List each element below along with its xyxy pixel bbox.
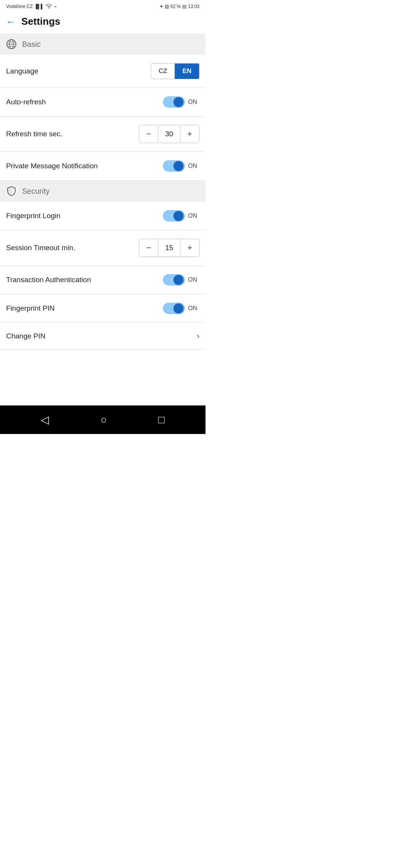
- change-pin-label: Change PIN: [6, 332, 46, 340]
- shield-icon: [6, 186, 17, 196]
- content-spacer: [0, 350, 206, 405]
- security-section-label: Security: [22, 187, 49, 196]
- private-message-state: ON: [188, 163, 199, 169]
- transaction-auth-state: ON: [188, 276, 199, 283]
- auto-refresh-thumb: [174, 97, 183, 107]
- bluetooth-icon: ✦: [159, 4, 163, 9]
- session-timeout-row: Session Timeout min. − 15 +: [0, 230, 206, 266]
- transaction-auth-toggle-container: ON: [163, 274, 199, 286]
- session-timeout-stepper: − 15 +: [139, 239, 199, 257]
- sim-icon: ▤: [182, 4, 186, 9]
- nav-home-icon[interactable]: ○: [100, 414, 107, 426]
- signal-icon: ▐▌▌: [34, 4, 44, 9]
- fingerprint-login-thumb: [174, 211, 183, 221]
- back-button[interactable]: ←: [6, 16, 15, 27]
- private-message-row: Private Message Notification ON: [0, 152, 206, 180]
- status-bar: Vodafone CZ ▐▌▌ ⌁ ✦ ▨ 62 % ▤ 13:03: [0, 0, 206, 11]
- nav-recent-icon[interactable]: □: [158, 414, 165, 426]
- auto-refresh-toggle[interactable]: [163, 96, 185, 108]
- nav-bar: ◁ ○ □: [0, 405, 206, 434]
- refresh-time-stepper: − 30 +: [139, 125, 199, 143]
- fingerprint-login-toggle[interactable]: [163, 210, 185, 222]
- language-toggle[interactable]: CZ EN: [151, 63, 199, 79]
- change-pin-arrow-icon: ›: [197, 331, 199, 341]
- change-pin-row[interactable]: Change PIN ›: [0, 323, 206, 350]
- fingerprint-pin-thumb: [174, 303, 183, 313]
- status-left: Vodafone CZ ▐▌▌ ⌁: [6, 3, 57, 10]
- fingerprint-login-state: ON: [188, 212, 199, 219]
- fingerprint-pin-state: ON: [188, 305, 199, 312]
- private-message-thumb: [174, 161, 183, 171]
- session-timeout-label: Session Timeout min.: [6, 244, 75, 252]
- time-label: 13:03: [188, 4, 199, 9]
- auto-refresh-row: Auto-refresh ON: [0, 88, 206, 116]
- language-row: Language CZ EN: [0, 55, 206, 88]
- fingerprint-pin-row: Fingerprint PIN ON: [0, 294, 206, 323]
- transaction-auth-toggle[interactable]: [163, 274, 185, 286]
- private-message-toggle[interactable]: [163, 160, 185, 172]
- private-message-label: Private Message Notification: [6, 162, 98, 170]
- fingerprint-login-row: Fingerprint Login ON: [0, 202, 206, 230]
- globe-icon: [6, 39, 17, 49]
- transaction-auth-label: Transaction Authentication: [6, 276, 91, 284]
- nav-back-icon[interactable]: ◁: [41, 413, 49, 426]
- section-header-security: Security: [0, 180, 206, 202]
- basic-section-label: Basic: [22, 40, 41, 49]
- fingerprint-login-label: Fingerprint Login: [6, 212, 61, 220]
- fingerprint-pin-toggle-container: ON: [163, 303, 199, 314]
- page-title: Settings: [21, 16, 61, 27]
- refresh-time-value: 30: [158, 126, 180, 142]
- refresh-time-label: Refresh time sec.: [6, 130, 62, 138]
- battery-icon: ▨: [165, 4, 169, 9]
- status-right: ✦ ▨ 62 % ▤ 13:03: [159, 4, 199, 9]
- refresh-time-row: Refresh time sec. − 30 +: [0, 116, 206, 152]
- session-timeout-value: 15: [158, 240, 180, 256]
- language-en-button[interactable]: EN: [175, 64, 199, 79]
- auto-refresh-toggle-container: ON: [163, 96, 199, 108]
- battery-label: 62 %: [170, 4, 181, 9]
- session-timeout-decrement-button[interactable]: −: [139, 239, 158, 257]
- auto-refresh-label: Auto-refresh: [6, 98, 46, 106]
- auto-refresh-state: ON: [188, 99, 199, 105]
- fingerprint-pin-label: Fingerprint PIN: [6, 304, 55, 313]
- fingerprint-pin-toggle[interactable]: [163, 303, 185, 314]
- carrier-label: Vodafone CZ: [6, 4, 33, 9]
- transaction-auth-thumb: [174, 275, 183, 285]
- section-header-basic: Basic: [0, 34, 206, 55]
- private-message-toggle-container: ON: [163, 160, 199, 172]
- language-label: Language: [6, 67, 38, 75]
- wifi-icon: [46, 3, 53, 10]
- refresh-time-increment-button[interactable]: +: [180, 125, 199, 143]
- refresh-time-decrement-button[interactable]: −: [139, 125, 158, 143]
- usb-icon: ⌁: [54, 4, 57, 9]
- transaction-auth-row: Transaction Authentication ON: [0, 266, 206, 294]
- session-timeout-increment-button[interactable]: +: [180, 239, 199, 257]
- header: ← Settings: [0, 11, 206, 34]
- language-cz-button[interactable]: CZ: [151, 64, 175, 79]
- fingerprint-login-toggle-container: ON: [163, 210, 199, 222]
